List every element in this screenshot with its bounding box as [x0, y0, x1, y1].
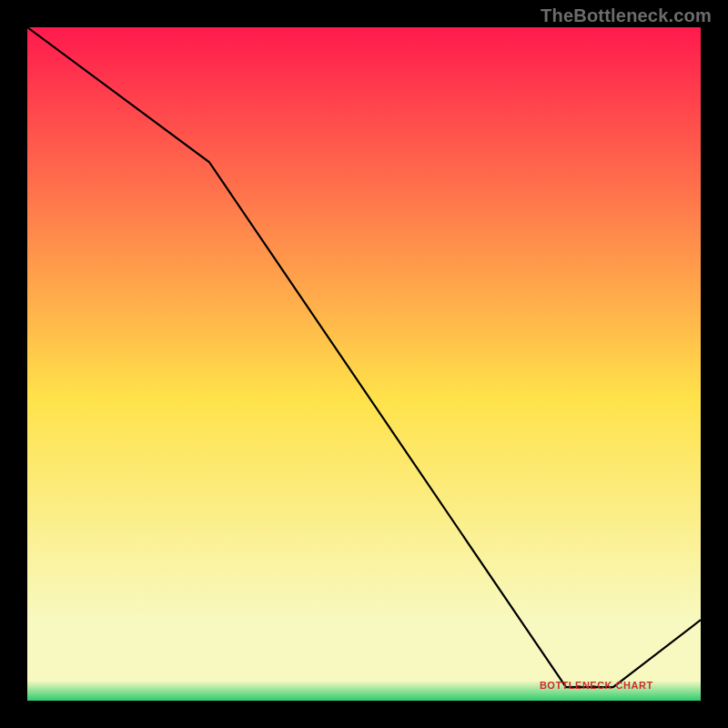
- watermark-label: BOTTLENECK CHART: [540, 680, 653, 691]
- attribution-text: TheBottleneck.com: [541, 5, 712, 26]
- chart-svg: [27, 27, 701, 701]
- gradient-background: [27, 27, 701, 701]
- chart-root: TheBottleneck.com BOTTLENECK CHART: [0, 0, 728, 728]
- plot-area: BOTTLENECK CHART: [27, 27, 701, 701]
